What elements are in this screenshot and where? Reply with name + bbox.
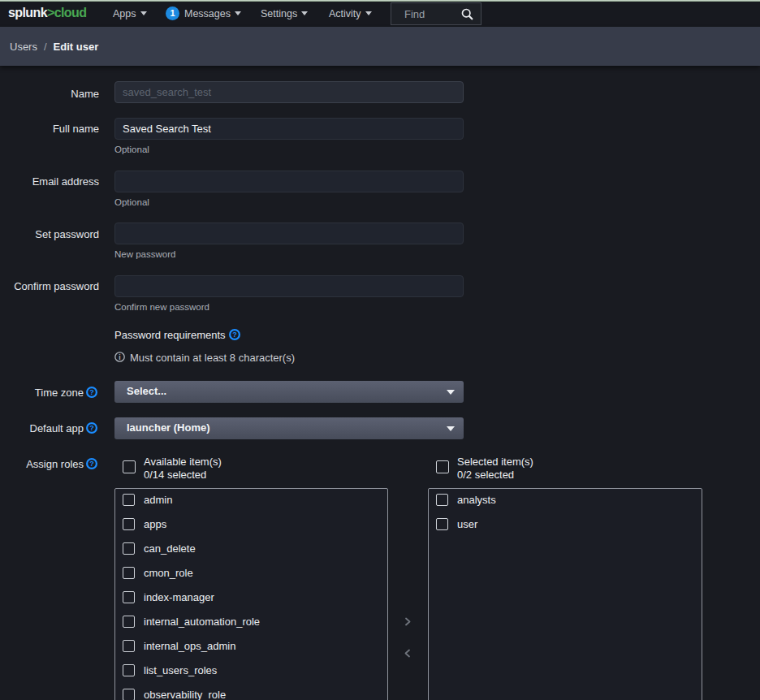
svg-text:?: ? [89, 460, 94, 468]
svg-text:i: i [119, 353, 120, 361]
svg-text:?: ? [232, 331, 237, 339]
svg-text:?: ? [89, 388, 94, 396]
svg-text:?: ? [89, 424, 94, 432]
